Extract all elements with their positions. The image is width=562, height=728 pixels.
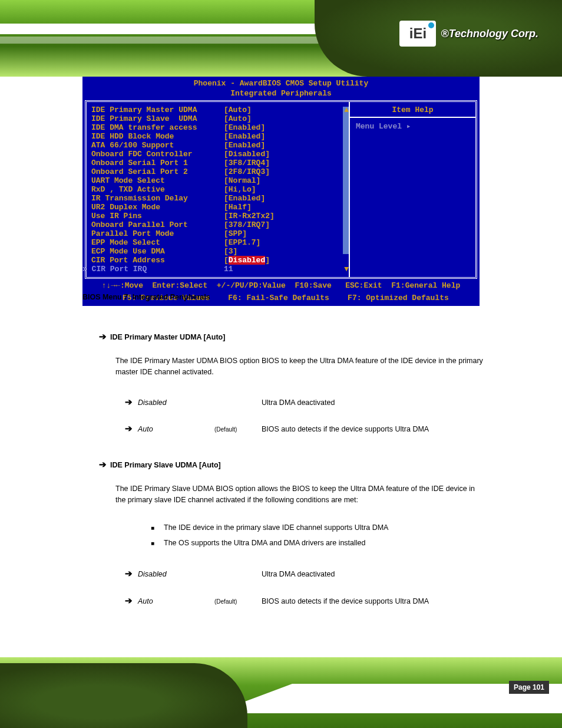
bios-opt-value: [Enabled] xyxy=(224,132,265,141)
bullet-icon: ■ xyxy=(151,523,164,533)
bios-opt-label: Onboard Serial Port 1 xyxy=(91,159,224,167)
bios-opt-value: [Disabled] xyxy=(224,150,270,159)
bios-opt-label: Use IR Pins xyxy=(91,212,224,220)
bullet-text: The OS supports the Ultra DMA and DMA dr… xyxy=(164,538,366,549)
bios-opt-label: ECP Mode Use DMA xyxy=(91,247,224,256)
arrow-right-icon: ➔ xyxy=(125,395,138,409)
figure-caption: BIOS Menu 7: Integrated Peripherals xyxy=(82,292,483,303)
bios-opt-value: [Enabled] xyxy=(224,194,265,203)
bracket: [ xyxy=(224,256,229,265)
section-title: IDE Primary Master UDMA [Auto] xyxy=(110,332,225,343)
arrow-right-icon: ➔ xyxy=(125,594,138,607)
bios-opt-value: [Enabled] xyxy=(224,141,265,150)
bios-screenshot: Phoenix - AwardBIOS CMOS Setup Utility I… xyxy=(82,77,480,306)
option-desc: BIOS auto detects if the device supports… xyxy=(262,424,483,435)
section-body: The IDE Primary Master UDMA BIOS option … xyxy=(115,355,483,378)
bios-opt-value: [EPP1.7] xyxy=(224,238,260,247)
option-name: Auto xyxy=(138,424,214,435)
bullet-icon: ■ xyxy=(151,539,164,548)
option-desc: Ultra DMA deactivated xyxy=(262,397,483,409)
bios-opt-value: [2F8/IRQ3] xyxy=(224,167,270,176)
option-row: ➔ Disabled Ultra DMA deactivated xyxy=(125,566,483,580)
bios-opt-label: IDE DMA transfer access xyxy=(91,123,224,132)
bios-opt-value: [3] xyxy=(224,247,237,256)
logo-icon: iEi xyxy=(399,21,436,47)
section-body: The IDE Primary Slave UDMA BIOS option a… xyxy=(115,483,483,506)
bios-opt-label: Onboard Serial Port 2 xyxy=(91,167,224,176)
bios-opt-label: Onboard Parallel Port xyxy=(91,220,224,229)
option-row: ➔ Disabled Ultra DMA deactivated xyxy=(125,395,483,409)
bios-opt-label: UART Mode Select xyxy=(91,176,224,185)
bios-opt-label: IDE Primary Master UDMA xyxy=(91,106,224,114)
header-right-panel: iEi ®Technology Corp. xyxy=(315,0,562,77)
section-title: IDE Primary Slave UDMA [Auto] xyxy=(110,460,221,471)
arrow-right-icon: ➔ xyxy=(99,330,107,343)
arrow-right-icon: ➔ xyxy=(99,457,107,471)
footer-left-panel xyxy=(0,663,247,728)
bios-selected-value: Disabled xyxy=(229,256,265,265)
page-number: Page 101 xyxy=(509,681,549,694)
bios-opt-value: [Normal] xyxy=(224,176,260,185)
option-name: Auto xyxy=(138,596,214,607)
document-content: BIOS Menu 7: Integrated Peripherals ➔ ID… xyxy=(82,292,483,620)
bios-opt-value: [SPP] xyxy=(224,229,247,238)
scroll-down-icon: ▼ xyxy=(344,265,349,274)
bios-opt-value-selected: [Disabled] xyxy=(224,256,270,265)
logo-tagline: ®Technology Corp. xyxy=(441,28,538,40)
bios-opt-label: IR Transmission Delay xyxy=(91,194,224,203)
bios-opt-value: [Auto] xyxy=(224,114,252,123)
bios-opt-label: CIR Port Address xyxy=(91,256,224,265)
bios-opt-label: IDE Primary Slave UDMA xyxy=(91,114,224,123)
option-desc: Ultra DMA deactivated xyxy=(262,569,483,580)
option-default-tag: (Default) xyxy=(214,425,262,434)
bios-opt-label: UR2 Duplex Mode xyxy=(91,203,224,212)
arrow-right-icon: ➔ xyxy=(125,421,138,435)
bios-opt-value: [378/IRQ7] xyxy=(224,220,270,229)
bios-options-panel: IDE Primary Master UDMA[Auto] IDE Primar… xyxy=(87,102,349,277)
bios-opt-value: [IR-Rx2Tx2] xyxy=(224,212,275,220)
bullet-item: ■ The IDE device in the primary slave ID… xyxy=(151,522,483,533)
bios-opt-label: ATA 66/100 Support xyxy=(91,141,224,150)
bios-help-panel: Item Help Menu Level ▸ xyxy=(349,102,475,277)
bios-opt-value: [Hi,Lo] xyxy=(224,185,256,194)
bios-scrollbar xyxy=(343,107,349,254)
bios-opt-value-disabled: 11 xyxy=(224,265,233,274)
bios-title-line-2: Integrated Peripherals xyxy=(82,89,480,100)
section-heading-1: ➔ IDE Primary Master UDMA [Auto] xyxy=(99,330,483,343)
bullet-text: The IDE device in the primary slave IDE … xyxy=(164,522,388,533)
bios-opt-value: [3F8/IRQ4] xyxy=(224,159,270,167)
option-row: ➔ Auto (Default) BIOS auto detects if th… xyxy=(125,594,483,607)
option-desc: BIOS auto detects if the device supports… xyxy=(262,596,483,607)
bios-opt-value: [Auto] xyxy=(224,106,252,114)
bios-opt-value: [Half] xyxy=(224,203,252,212)
bios-opt-label-disabled: x CIR Port IRQ xyxy=(82,265,224,274)
bios-opt-value: [Enabled] xyxy=(224,123,265,132)
bios-opt-label: Parallel Port Mode xyxy=(91,229,224,238)
bios-opt-label: Onboard FDC Controller xyxy=(91,150,224,159)
bios-menu-level: Menu Level ▸ xyxy=(350,118,475,134)
scroll-up-icon: ▲ xyxy=(344,106,349,114)
bracket: ] xyxy=(265,256,270,265)
bios-opt-label: EPP Mode Select xyxy=(91,238,224,247)
option-row: ➔ Auto (Default) BIOS auto detects if th… xyxy=(125,421,483,435)
bios-item-help-title: Item Help xyxy=(350,102,475,118)
bios-frame: IDE Primary Master UDMA[Auto] IDE Primar… xyxy=(85,100,477,279)
option-name: Disabled xyxy=(138,397,214,409)
section-heading-2: ➔ IDE Primary Slave UDMA [Auto] xyxy=(99,457,483,471)
arrow-right-icon: ➔ xyxy=(125,566,138,580)
option-name: Disabled xyxy=(138,569,214,580)
option-default-tag: (Default) xyxy=(214,597,262,607)
bullet-item: ■ The OS supports the Ultra DMA and DMA … xyxy=(151,538,483,549)
bios-opt-label: RxD , TXD Active xyxy=(91,185,224,194)
bios-title-line-1: Phoenix - AwardBIOS CMOS Setup Utility xyxy=(82,77,480,89)
bios-opt-label: IDE HDD Block Mode xyxy=(91,132,224,141)
logo-area: iEi ®Technology Corp. xyxy=(399,21,538,47)
